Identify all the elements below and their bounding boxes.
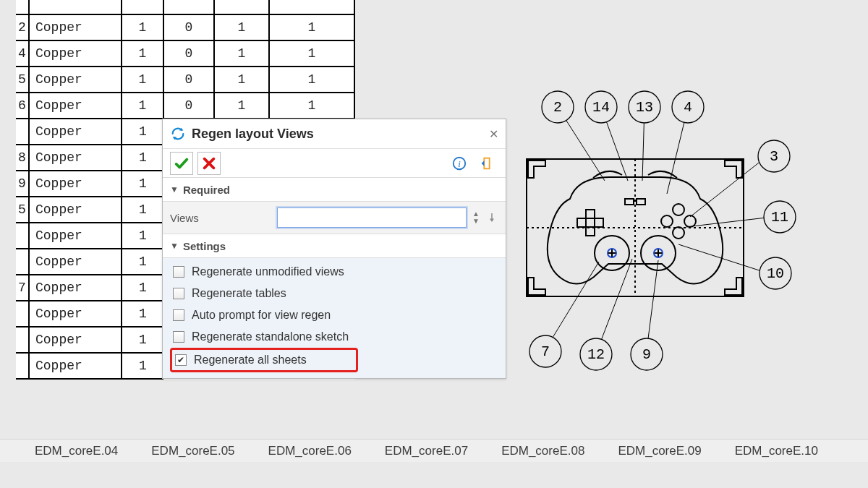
svg-rect-26 <box>625 199 634 205</box>
views-label: Views <box>170 212 271 224</box>
sheet-tab[interactable]: EDM_coreE.10 <box>735 444 818 458</box>
settings-list: Regenerate unmodified viewsRegenerate ta… <box>163 258 506 378</box>
svg-line-36 <box>597 259 632 350</box>
balloon-13: 13 <box>629 91 660 123</box>
svg-text:14: 14 <box>592 99 610 116</box>
sheet-tab[interactable]: EDM_coreE.06 <box>268 444 352 458</box>
setting-auto-prompt-for-view-regen[interactable]: Auto prompt for view regen <box>170 304 498 326</box>
table-row: 5Copper1011 <box>16 67 354 93</box>
sheet-tab[interactable]: EDM_coreE.09 <box>618 444 701 458</box>
sheet-tabs: EDM_coreE.04 EDM_coreE.05 EDM_coreE.06 E… <box>0 439 868 462</box>
section-required-label: Required <box>183 184 230 196</box>
svg-line-35 <box>547 262 599 347</box>
svg-text:2: 2 <box>553 99 562 116</box>
sheet-tab[interactable]: EDM_coreE.08 <box>501 444 584 458</box>
svg-rect-12 <box>586 210 595 236</box>
svg-point-14 <box>673 204 684 215</box>
svg-text:13: 13 <box>636 99 653 116</box>
table-row: 2Copper1011 <box>16 14 354 40</box>
sheet-tab[interactable]: EDM_coreE.05 <box>151 444 234 458</box>
svg-text:i: i <box>458 158 461 168</box>
balloon-14: 14 <box>585 91 617 123</box>
setting-regenerate-standalone-sketch[interactable]: Regenerate standalone sketch <box>170 326 498 348</box>
svg-point-15 <box>661 215 673 227</box>
sheet-tab[interactable]: EDM_coreE.04 <box>35 444 118 458</box>
regen-icon <box>170 126 186 142</box>
disclosure-icon: ▼ <box>170 184 179 194</box>
svg-rect-13 <box>577 218 603 227</box>
svg-text:7: 7 <box>541 343 550 360</box>
section-settings[interactable]: ▼ Settings <box>163 234 506 258</box>
balloon-3: 3 <box>758 140 790 172</box>
checkbox[interactable] <box>173 266 184 278</box>
balloon-10: 10 <box>760 257 791 289</box>
regen-layout-dialog: Regen layout Views ✕ i ▼ Required Views … <box>162 119 506 379</box>
disclosure-icon: ▼ <box>170 241 179 251</box>
part-drawing: 2 14 13 4 3 11 10 7 12 9 <box>461 72 809 376</box>
svg-line-33 <box>686 217 773 227</box>
svg-point-17 <box>673 227 684 239</box>
views-input[interactable] <box>277 207 467 228</box>
svg-text:11: 11 <box>771 209 788 226</box>
svg-line-37 <box>647 260 658 350</box>
svg-text:4: 4 <box>684 99 692 116</box>
section-settings-label: Settings <box>183 240 226 252</box>
table-row: 6Copper1011 <box>16 93 354 119</box>
checkbox[interactable] <box>173 288 184 299</box>
checkbox-label: Regenerate standalone sketch <box>192 330 349 343</box>
svg-text:3: 3 <box>770 148 778 165</box>
balloon-9: 9 <box>631 338 663 370</box>
setting-regenerate-tables[interactable]: Regenerate tables <box>170 283 498 304</box>
balloon-11: 11 <box>764 201 796 233</box>
balloon-4: 4 <box>672 91 704 123</box>
section-required[interactable]: ▼ Required <box>163 177 506 202</box>
ok-button[interactable] <box>170 152 193 175</box>
balloon-7: 7 <box>529 335 561 367</box>
checkbox[interactable] <box>173 309 184 321</box>
svg-rect-27 <box>637 199 645 205</box>
svg-text:10: 10 <box>767 265 784 282</box>
cancel-button[interactable] <box>197 152 221 175</box>
balloon-12: 12 <box>580 338 612 370</box>
dialog-title: Regen layout Views <box>192 127 314 142</box>
svg-point-16 <box>684 215 696 227</box>
checkbox[interactable] <box>173 331 184 343</box>
setting-regenerate-all-sheets[interactable]: Regenerate all sheets <box>170 348 358 372</box>
checkbox[interactable] <box>175 354 187 366</box>
sheet-tab[interactable]: EDM_coreE.07 <box>385 444 468 458</box>
checkbox-label: Regenerate tables <box>192 287 286 300</box>
checkbox-label: Auto prompt for view regen <box>192 309 331 322</box>
setting-regenerate-unmodified-views[interactable]: Regenerate unmodified views <box>170 261 498 283</box>
svg-text:9: 9 <box>642 346 651 363</box>
balloon-2: 2 <box>542 91 574 123</box>
checkbox-label: Regenerate unmodified views <box>192 265 344 278</box>
checkbox-label: Regenerate all sheets <box>194 354 307 367</box>
svg-text:12: 12 <box>587 346 605 363</box>
table-row: 4Copper1011 <box>16 40 354 67</box>
